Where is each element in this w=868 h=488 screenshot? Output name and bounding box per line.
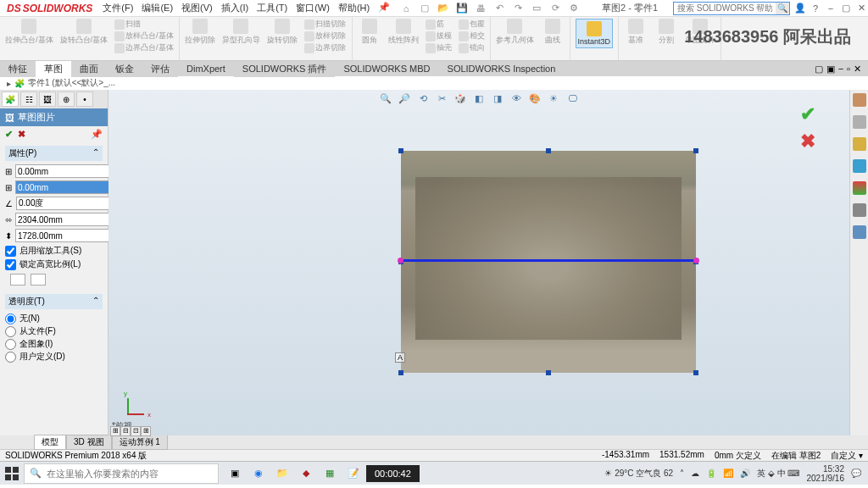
screen-icon[interactable]: 🖵 [565, 92, 579, 105]
breadcrumb-text[interactable]: 零件1 (默认<<默认>_... [28, 77, 115, 89]
task-appearances-icon[interactable] [853, 181, 866, 195]
split-4[interactable]: ⊞ [141, 426, 151, 436]
ribbon-hole[interactable]: 异型孔向导 [222, 19, 260, 53]
print-icon[interactable]: 🖶 [475, 3, 487, 14]
prev-view-icon[interactable]: ⟲ [416, 92, 430, 105]
tab-close-icon[interactable]: ✕ [854, 64, 861, 75]
doc-tab-3dview[interactable]: 3D 视图 [66, 435, 112, 450]
tray-chevron-icon[interactable]: ˄ [680, 469, 684, 478]
tab-sketch[interactable]: 草图 [36, 61, 71, 77]
task-home-icon[interactable] [853, 93, 866, 107]
radio-full[interactable]: 全图象(I) [5, 338, 103, 350]
ribbon-intersect[interactable]: 相交 [459, 30, 485, 42]
minimize-button[interactable]: − [824, 2, 837, 15]
render-icon[interactable]: ☀ [547, 92, 560, 105]
ribbon-shell[interactable]: 抽壳 [426, 42, 452, 53]
ribbon-fillet[interactable]: 圆角 [358, 19, 381, 53]
undo-icon[interactable]: ↶ [493, 3, 505, 14]
task-forum-icon[interactable] [853, 225, 866, 239]
section-icon[interactable]: ✂ [435, 92, 448, 105]
tab-surface[interactable]: 曲面 [71, 61, 107, 77]
panel-tab-display-icon[interactable]: 🖼 [39, 92, 56, 107]
panel-ok-button[interactable]: ✔ [5, 129, 13, 140]
home-icon[interactable]: ⌂ [400, 3, 412, 14]
appearance-icon[interactable]: 🎨 [528, 92, 542, 105]
handle-tr[interactable] [693, 148, 698, 153]
open-icon[interactable]: 📂 [437, 3, 449, 14]
radio-none[interactable]: 无(N) [5, 313, 103, 324]
tab-features[interactable]: 特征 [0, 61, 36, 77]
doc-tab-motion[interactable]: 运动算例 1 [112, 435, 168, 450]
tray-battery-icon[interactable]: 🔋 [706, 469, 716, 478]
help-search-button[interactable]: 🔍 [776, 3, 789, 14]
menu-pin-icon[interactable]: 📌 [375, 0, 393, 16]
props-section-header[interactable]: 属性(P)⌃ [5, 146, 103, 161]
handle-br[interactable] [693, 370, 698, 375]
tab-fold-icon[interactable]: ▫ [847, 64, 850, 75]
panel-tab-more-icon[interactable]: • [76, 92, 93, 107]
split-1[interactable]: ⊞ [110, 426, 120, 436]
task-resources-icon[interactable] [853, 115, 866, 129]
confirm-cancel-icon[interactable]: ✖ [800, 130, 815, 152]
display-style-icon[interactable]: ◧ [472, 92, 486, 105]
sketch-picture[interactable] [401, 151, 696, 373]
solidworks-icon[interactable]: ◆ [295, 463, 317, 485]
tab-dimxpert[interactable]: DimXpert [178, 62, 234, 75]
menu-window[interactable]: 窗口(W) [292, 0, 333, 16]
handle-bl[interactable] [398, 370, 403, 375]
ribbon-cut-boundary[interactable]: 边界切除 [304, 42, 347, 53]
ribbon-curves[interactable]: 曲线 [541, 19, 565, 46]
tray-cloud-icon[interactable]: ☁ [691, 469, 699, 478]
panel-pin-icon[interactable]: 📌 [91, 129, 103, 140]
zoom-area-icon[interactable]: 🔎 [398, 92, 411, 105]
menu-tools[interactable]: 工具(T) [253, 0, 291, 16]
tray-notifications-icon[interactable]: 💬 [851, 469, 861, 478]
tab-restore-icon[interactable]: ▣ [826, 64, 835, 75]
graphics-viewport[interactable]: 🔍 🔎 ⟲ ✂ 🎲 ◧ ◨ 👁 🎨 ☀ 🖵 ✔ ✖ [108, 90, 849, 435]
transparency-header[interactable]: 透明度(T)⌃ [5, 294, 103, 309]
help-search-input[interactable] [674, 3, 776, 14]
doc-tab-model[interactable]: 模型 [34, 435, 66, 450]
user-icon[interactable]: 👤 [793, 2, 807, 15]
app-icon[interactable]: ▦ [319, 463, 341, 485]
start-button[interactable] [0, 462, 24, 485]
ribbon-pattern[interactable]: 线性阵列 [388, 19, 419, 53]
new-icon[interactable]: ▢ [419, 3, 431, 14]
taskbar-search-input[interactable] [47, 469, 213, 479]
split-2[interactable]: ⊟ [120, 426, 131, 436]
tab-max-icon[interactable]: − [838, 64, 843, 75]
ribbon-draft[interactable]: 拔模 [426, 30, 452, 42]
ribbon-sweep[interactable]: 扫描 [114, 19, 174, 30]
ribbon-rib[interactable]: 筋 [426, 19, 452, 30]
task-props-icon[interactable] [853, 203, 866, 217]
ribbon-cut-sweep[interactable]: 扫描切除 [304, 19, 347, 30]
task-design-lib-icon[interactable] [853, 137, 866, 151]
ribbon-loft[interactable]: 放样凸台/基体 [114, 30, 174, 42]
rebuild-icon[interactable]: ⟳ [549, 3, 561, 14]
handle-tm[interactable] [546, 148, 551, 153]
panel-cancel-button[interactable]: ✖ [18, 129, 25, 140]
ribbon-boundary[interactable]: 边界凸台/基体 [114, 42, 174, 53]
word-icon[interactable]: 📝 [342, 463, 364, 485]
breadcrumb-expand-icon[interactable]: ▸ [7, 79, 11, 88]
ribbon-cut-revolve[interactable]: 旋转切除 [267, 19, 298, 53]
tab-mbd[interactable]: SOLIDWORKS MBD [335, 62, 438, 75]
ribbon-ref-geom[interactable]: 参考几何体 [496, 19, 534, 46]
scene-icon[interactable]: ◨ [491, 92, 504, 105]
tab-sheetmetal[interactable]: 钣金 [107, 61, 142, 77]
split-3[interactable]: ⊡ [131, 426, 141, 436]
ribbon-revolve[interactable]: 旋转凸台/基体 [60, 19, 108, 53]
scale-tool-check[interactable]: 启用缩放工具(S) [5, 245, 103, 257]
tray-volume-icon[interactable]: 🔊 [740, 469, 750, 478]
flip-h-button[interactable] [10, 274, 25, 286]
options-icon[interactable]: ⚙ [568, 3, 580, 14]
tab-inspection[interactable]: SOLIDWORKS Inspection [439, 62, 565, 75]
tray-wifi-icon[interactable]: 📶 [723, 469, 733, 478]
close-button[interactable]: ✕ [854, 2, 868, 15]
ribbon-wrap[interactable]: 包覆 [459, 19, 485, 30]
status-custom[interactable]: 自定义 ▾ [831, 450, 863, 462]
redo-icon[interactable]: ↷ [512, 3, 524, 14]
tab-addins[interactable]: SOLIDWORKS 插件 [234, 61, 336, 77]
panel-tab-dim-icon[interactable]: ⊕ [58, 92, 75, 107]
scale-line[interactable] [401, 259, 696, 262]
